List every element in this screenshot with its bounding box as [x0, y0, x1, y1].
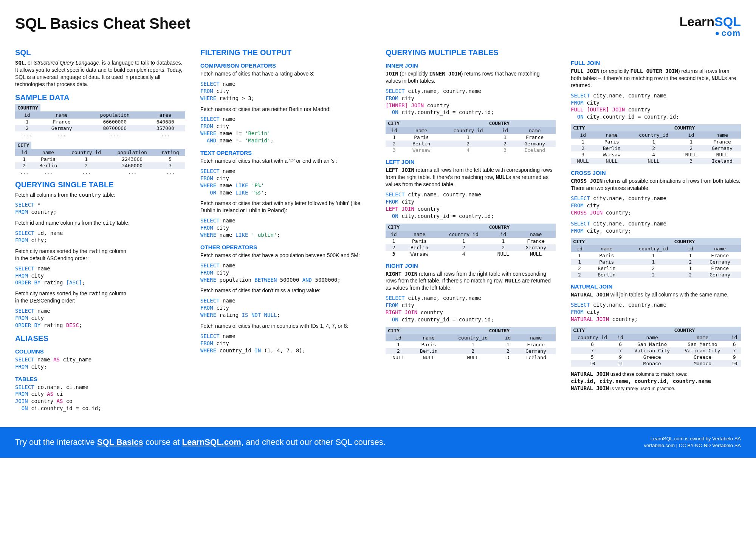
text: NATURAL JOIN used these columns to match… — [571, 370, 741, 392]
heading-aliases: ALIASES — [15, 334, 185, 343]
logo-com-text: com — [722, 28, 741, 38]
code: SELECT name AS city_name FROM city; — [15, 356, 185, 370]
code: SELECT city.name, country.name FROM city… — [571, 92, 741, 121]
table-inner-join: idnamecountry_ididname 1Paris11France 2B… — [386, 127, 556, 153]
label-country: COUNTRY — [487, 120, 556, 127]
heading-natural-join: NATURAL JOIN — [571, 283, 741, 290]
table-row: 1France66600000640680 — [15, 119, 185, 125]
code: SELECT name FROM city ORDER BY rating [A… — [15, 265, 185, 287]
th: id — [15, 111, 39, 119]
text: Fetch names of cities that start with a … — [200, 157, 370, 165]
label-country: COUNTRY — [15, 104, 40, 111]
text: Fetch names of cities that start with an… — [200, 200, 370, 214]
heading-querying-single: QUERYING SINGLE TABLE — [15, 181, 185, 189]
footer-line-1: LearnSQL.com is owned by Vertabelo SA — [644, 435, 741, 442]
label-city: CITY — [571, 238, 672, 245]
th: area — [145, 111, 185, 119]
column-4: FULL JOIN FULL JOIN (or explicitly FULL … — [571, 43, 741, 416]
heading-text-operators: TEXT OPERATORS — [200, 150, 370, 156]
table-left-join: idnamecountry_ididname 1Paris11France 2B… — [386, 231, 556, 257]
table-header: id name country_id population rating — [15, 149, 185, 156]
th: rating — [155, 149, 185, 156]
label-country: COUNTRY — [487, 327, 556, 334]
label-city: CITY — [386, 327, 487, 334]
code: SELECT city.name, country.name FROM city… — [386, 295, 556, 323]
text: JOIN (or explicitly INNER JOIN) returns … — [386, 70, 556, 85]
text: city.id, city.name, country.id, country.… — [571, 378, 711, 384]
heading-other-operators: OTHER OPERATORS — [200, 244, 370, 250]
page-title: SQL Basics Cheat Sheet — [15, 15, 191, 32]
table-row: ............... — [15, 169, 185, 175]
text: CROSS JOIN returns all possible combinat… — [571, 177, 741, 192]
heading-filtering: FILTERING THE OUTPUT — [200, 48, 370, 57]
code: SELECT name FROM city WHERE name LIKE '_… — [200, 217, 370, 239]
table-header: id name population area — [15, 111, 185, 119]
table-row: 2Germany80700000357000 — [15, 125, 185, 131]
th: name — [33, 149, 63, 156]
label-country: COUNTRY — [487, 224, 556, 231]
footer-line-2: vertabelo.com | CC BY-NC-ND Vertabelo SA — [644, 442, 741, 449]
text: Fetch names of cities that have a rating… — [200, 70, 370, 77]
th: country_id — [63, 149, 109, 156]
text: LEFT JOIN returns all rows from the left… — [386, 167, 556, 188]
text: FULL JOIN (or explicitly FULL OUTER JOIN… — [571, 68, 741, 89]
code: SELECT name FROM city WHERE name LIKE 'P… — [200, 168, 370, 196]
heading-inner-join: INNER JOIN — [386, 62, 556, 69]
th: id — [15, 149, 33, 156]
column-1: SQL SQL, or Structured Query Language, i… — [15, 43, 185, 416]
table-cross-join: idnamecountry_ididname 1Paris11France 1P… — [571, 245, 741, 278]
text: Fetch names of cities that are neither B… — [200, 106, 370, 113]
label-city: CITY — [571, 327, 672, 334]
table-row: 1Paris122430005 — [15, 156, 185, 162]
code: SELECT name FROM city WHERE population B… — [200, 262, 370, 284]
text: Fetch id and name columns from the city … — [15, 219, 185, 227]
text: Fetch names of cities that are in countr… — [200, 323, 370, 330]
table-row: ............ — [15, 131, 185, 138]
label-city: CITY — [386, 224, 487, 231]
logo-com: •com — [680, 28, 741, 39]
column-2: FILTERING THE OUTPUT COMPARISON OPERATOR… — [200, 43, 370, 416]
th: name — [39, 111, 84, 119]
code: SELECT city.name, country.name FROM city… — [386, 88, 556, 116]
heading-sample-data: SAMPLE DATA — [15, 93, 185, 102]
footer: Try out the interactive SQL Basics cours… — [0, 427, 756, 457]
heading-right-join: RIGHT JOIN — [386, 262, 556, 269]
label-city: CITY — [571, 124, 672, 131]
code: SELECT name FROM city WHERE name != 'Ber… — [200, 116, 370, 144]
text: RIGHT JOIN returns all rows from the rig… — [386, 270, 556, 292]
text: Fetch names of cities that have a popula… — [200, 252, 370, 259]
code: SELECT * FROM country; — [15, 201, 185, 216]
heading-left-join: LEFT JOIN — [386, 159, 556, 165]
text: Fetch city names sorted by the rating co… — [15, 290, 185, 304]
code: SELECT city.name, country.name FROM city… — [571, 195, 741, 216]
table-row: 2Berlin234600003 — [15, 162, 185, 169]
code: SELECT name FROM city WHERE country_id I… — [200, 333, 370, 354]
text: Fetch all columns from the country table… — [15, 191, 185, 199]
text: NATURAL JOIN will join tables by all col… — [571, 291, 741, 298]
heading-full-join: FULL JOIN — [571, 60, 741, 66]
heading-sql: SQL — [15, 48, 185, 57]
logo-learn: Learn — [680, 14, 715, 29]
th: population — [109, 149, 155, 156]
column-3: QUERYING MULTIPLE TABLES INNER JOIN JOIN… — [386, 43, 556, 416]
table-country: id name population area 1France666000006… — [15, 111, 185, 138]
table-natural-join: country_ididnamenameid 66San MarinoSan M… — [571, 334, 741, 367]
text-sql-intro: SQL, or Structured Query Language, is a … — [15, 59, 185, 88]
text: Fetch city names sorted by the rating co… — [15, 248, 185, 262]
heading-comparison: COMPARISON OPERATORS — [200, 62, 370, 69]
table-right-join: idnamecountry_ididname 1Paris11France 2B… — [386, 334, 556, 361]
label-city: CITY — [15, 142, 31, 149]
footer-attribution: LearnSQL.com is owned by Vertabelo SA ve… — [644, 435, 741, 449]
code: SELECT id, name FROM city; — [15, 230, 185, 244]
logo-sql: SQL — [714, 14, 741, 29]
text: Fetch names of cities that don't miss a … — [200, 287, 370, 294]
code: SELECT name FROM city ORDER BY rating DE… — [15, 307, 185, 329]
heading-cross-join: CROSS JOIN — [571, 170, 741, 176]
logo: LearnSQL •com — [680, 15, 741, 39]
table-full-join: idnamecountry_ididname 1Paris11France 2B… — [571, 131, 741, 164]
label-country: COUNTRY — [672, 327, 741, 334]
code: SELECT city.name, country.name FROM city… — [386, 191, 556, 220]
th: population — [84, 111, 146, 119]
code: SELECT name FROM city WHERE rating > 3; — [200, 80, 370, 102]
heading-columns: COLUMNS — [15, 348, 185, 355]
